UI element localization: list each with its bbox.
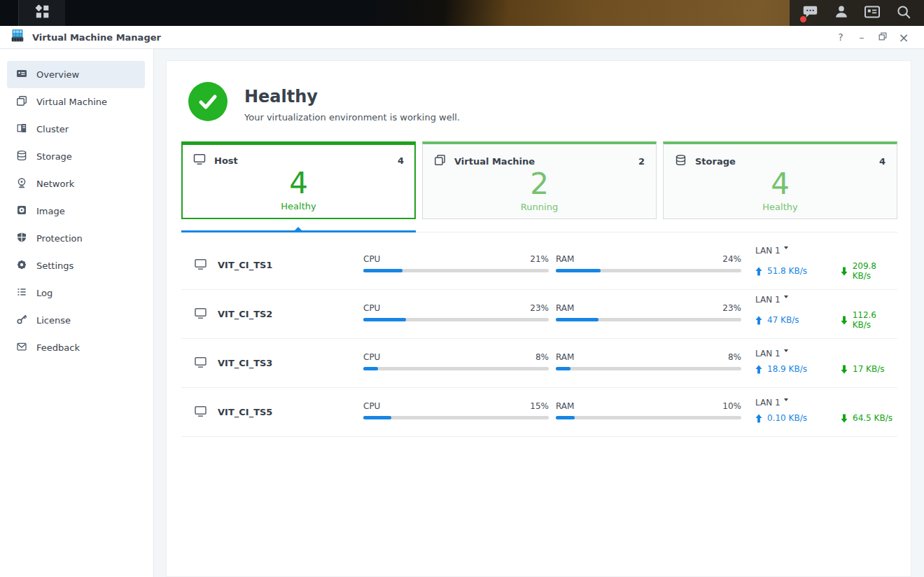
storage-icon <box>16 150 27 163</box>
lan-selector[interactable]: LAN 1 <box>755 348 897 359</box>
lan-selector[interactable]: LAN 1 <box>755 294 897 305</box>
ram-percent: 8% <box>728 352 741 362</box>
ram-meter: RAM 8% <box>556 352 741 370</box>
sidebar-item-overview[interactable]: Overview <box>7 61 145 88</box>
lan-label: LAN 1 <box>755 246 780 256</box>
upload-value: 0.10 KB/s <box>767 413 807 423</box>
sidebar-item-label: Network <box>36 179 74 189</box>
lan-label: LAN 1 <box>755 349 780 359</box>
cpu-percent: 8% <box>536 352 549 362</box>
lan-selector[interactable]: LAN 1 <box>755 245 897 256</box>
download-value: 112.6 KB/s <box>853 310 897 330</box>
card-tab-indicator <box>181 230 897 232</box>
main-area: Healthy Your virtualization environment … <box>154 49 924 577</box>
host-monitor-icon <box>194 307 207 321</box>
upload-value: 51.8 KB/s <box>767 266 807 276</box>
card-host[interactable]: Host 4 4 Healthy <box>181 141 416 219</box>
ram-label: RAM <box>556 401 574 411</box>
upload-stat: 18.9 KB/s <box>755 364 841 374</box>
sidebar-item-virtual-machine[interactable]: Virtual Machine <box>7 88 145 116</box>
sidebar-item-log[interactable]: Log <box>7 279 145 307</box>
sidebar-item-feedback[interactable]: Feedback <box>7 334 145 361</box>
vm-copy-icon <box>434 154 446 168</box>
ram-percent: 24% <box>722 254 741 264</box>
sidebar-item-label: License <box>36 315 71 326</box>
help-button[interactable]: ? <box>830 29 851 46</box>
health-status: Healthy Your virtualization environment … <box>188 82 897 123</box>
sidebar-item-label: Feedback <box>36 342 80 353</box>
card-label: Virtual Machine <box>454 156 535 167</box>
download-value: 64.5 KB/s <box>853 413 892 423</box>
cpu-meter: CPU 8% <box>363 352 549 370</box>
host-row[interactable]: VIT_CI_TS3 CPU 8% RAM 8% <box>181 339 897 388</box>
download-value: 209.8 KB/s <box>853 261 897 281</box>
card-storage[interactable]: Storage 4 4 Healthy <box>663 141 897 219</box>
lan-cell: LAN 1 0.10 KB/s 64.5 KB/s <box>748 397 897 423</box>
lan-selector[interactable]: LAN 1 <box>755 397 897 408</box>
tab-active-underline <box>181 230 416 232</box>
host-row[interactable]: VIT_CI_TS2 CPU 23% RAM 2 <box>181 290 897 339</box>
cpu-meter: CPU 21% <box>363 254 549 272</box>
sidebar-item-label: Image <box>36 206 65 216</box>
chevron-down-icon <box>784 246 788 249</box>
status-title: Healthy <box>244 87 460 106</box>
download-stat: 64.5 KB/s <box>841 413 892 423</box>
sidebar-item-storage[interactable]: Storage <box>7 143 145 170</box>
ram-label: RAM <box>556 254 574 264</box>
download-stat: 112.6 KB/s <box>841 310 897 330</box>
ram-label: RAM <box>556 303 574 313</box>
lan-label: LAN 1 <box>755 295 780 305</box>
search-button[interactable] <box>893 3 914 24</box>
sidebar-item-protection[interactable]: Protection <box>7 225 145 252</box>
upload-stat: 0.10 KB/s <box>755 413 841 423</box>
minimize-button[interactable]: – <box>851 29 872 46</box>
envelope-icon <box>16 341 27 354</box>
ram-percent: 23% <box>722 303 741 313</box>
host-name: VIT_CI_TS3 <box>218 358 272 368</box>
protection-icon <box>16 232 27 245</box>
vmm-app-icon <box>10 28 25 46</box>
ram-bar <box>556 367 570 370</box>
upload-arrow-icon <box>755 414 762 423</box>
cpu-bar <box>363 269 402 272</box>
window-titlebar: Virtual Machine Manager ? – × <box>0 26 924 49</box>
host-row[interactable]: VIT_CI_TS1 CPU 21% RAM 2 <box>181 241 897 290</box>
card-virtual-machine[interactable]: Virtual Machine 2 2 Running <box>422 141 657 219</box>
close-button[interactable]: × <box>893 29 914 46</box>
ram-bar <box>556 269 601 272</box>
notifications-button[interactable] <box>799 3 820 24</box>
sidebar-item-label: Protection <box>36 233 83 244</box>
screen: Virtual Machine Manager ? – × <box>0 0 924 577</box>
network-icon <box>16 177 27 190</box>
sidebar-item-image[interactable]: Image <box>7 197 145 225</box>
window-title: Virtual Machine Manager <box>32 32 161 43</box>
host-name: VIT_CI_TS5 <box>218 407 272 417</box>
sidebar-item-cluster[interactable]: Cluster <box>7 116 145 143</box>
sidebar-item-license[interactable]: License <box>7 307 145 334</box>
user-button[interactable] <box>831 3 852 24</box>
summary-cards: Host 4 4 Healthy <box>181 141 897 219</box>
cpu-meter: CPU 23% <box>363 303 549 321</box>
lan-label: LAN 1 <box>755 398 780 408</box>
host-list: VIT_CI_TS1 CPU 21% RAM 2 <box>181 241 897 437</box>
log-list-icon <box>16 286 27 300</box>
cpu-percent: 15% <box>530 401 549 411</box>
restore-button[interactable] <box>872 29 893 46</box>
host-name: VIT_CI_TS1 <box>218 260 272 270</box>
main-menu-icon <box>34 3 51 23</box>
ram-meter: RAM 10% <box>556 401 741 419</box>
ram-percent: 10% <box>722 401 741 411</box>
card-count: 4 <box>879 156 886 167</box>
download-arrow-icon <box>841 365 848 374</box>
sidebar-item-network[interactable]: Network <box>7 170 145 197</box>
card-label: Storage <box>695 156 736 167</box>
host-row[interactable]: VIT_CI_TS5 CPU 15% RAM 1 <box>181 388 897 437</box>
overview-panel: Healthy Your virtualization environment … <box>166 60 911 577</box>
sidebar-item-settings[interactable]: Settings <box>7 252 145 279</box>
sidebar-item-label: Storage <box>36 151 72 162</box>
upload-value: 18.9 KB/s <box>767 364 807 374</box>
main-menu-button[interactable] <box>19 0 65 26</box>
widgets-button[interactable] <box>862 3 883 24</box>
upload-stat: 47 KB/s <box>755 315 841 325</box>
card-label: Host <box>214 155 238 166</box>
